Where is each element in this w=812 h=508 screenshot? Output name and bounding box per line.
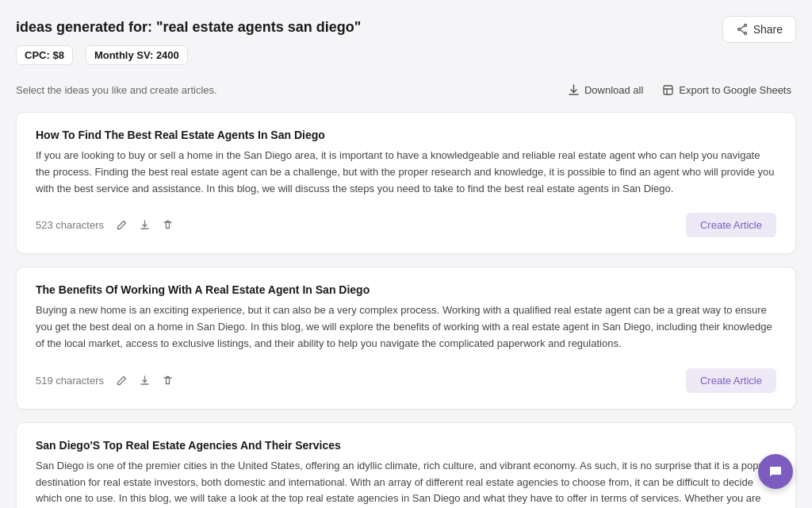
article-title: How To Find The Best Real Estate Agents … [36,129,776,141]
page-container: ideas generated for: "real estate agents… [0,0,812,508]
sv-label: Monthly SV: [94,49,153,61]
sv-badge: Monthly SV: 2400 [86,45,188,65]
edit-icon [116,375,128,387]
article-description: If you are looking to buy or sell a home… [36,148,776,197]
page-title: ideas generated for: "real estate agents… [16,19,796,36]
export-sheets-button[interactable]: Export to Google Sheets [657,81,796,99]
edit-button[interactable] [113,217,130,233]
toolbar-hint: Select the ideas you like and create art… [16,84,217,96]
share-button-container: Share [722,16,796,43]
sv-value: 2400 [156,49,179,61]
trash-icon [162,219,174,231]
cpc-badge: CPC: $8 [16,45,73,65]
edit-button[interactable] [113,372,130,389]
chat-icon [768,464,783,479]
article-meta: 519 characters [36,372,176,389]
article-title: The Benefits Of Working With A Real Esta… [36,283,776,296]
share-label: Share [753,23,783,36]
article-card: How To Find The Best Real Estate Agents … [16,112,796,254]
svg-point-1 [744,25,746,27]
article-meta-icons [113,372,176,389]
article-meta-icons [113,217,176,233]
articles-list: How To Find The Best Real Estate Agents … [16,112,796,508]
character-count: 519 characters [36,375,104,387]
svg-point-3 [744,33,746,35]
article-footer: 523 characters [36,213,776,237]
svg-rect-0 [664,86,672,94]
metrics-row: CPC: $8 Monthly SV: 2400 [16,45,796,65]
delete-button[interactable] [159,372,176,389]
download-button[interactable] [136,372,153,389]
download-all-button[interactable]: Download all [563,81,648,99]
edit-icon [116,219,128,231]
share-icon [736,23,749,36]
download-icon [568,84,580,96]
cpc-value: $8 [52,49,63,61]
svg-point-2 [737,29,740,31]
article-meta: 523 characters [36,217,176,233]
download-icon [139,375,151,387]
article-card: San Diego'S Top Real Estate Agencies And… [16,422,796,508]
article-card: The Benefits Of Working With A Real Esta… [16,267,796,409]
share-button[interactable]: Share [722,16,796,43]
delete-button[interactable] [159,217,176,233]
download-icon [139,219,151,231]
cpc-label: CPC: [25,49,50,61]
article-footer: 519 characters [36,368,776,393]
create-article-button[interactable]: Create Article [686,368,776,393]
article-title: San Diego'S Top Real Estate Agencies And… [36,439,776,452]
chat-bubble-button[interactable] [758,454,793,489]
toolbar: Select the ideas you like and create art… [16,81,796,99]
article-description: Buying a new home is an exciting experie… [36,302,776,352]
export-sheets-label: Export to Google Sheets [679,84,791,96]
download-button[interactable] [136,217,153,233]
trash-icon [162,375,174,387]
create-article-button[interactable]: Create Article [686,213,776,237]
toolbar-actions: Download all Export to Google Sheets [563,81,796,99]
character-count: 523 characters [36,219,104,231]
download-all-label: Download all [584,84,643,96]
export-icon [662,84,674,96]
article-description: San Diego is one of the premier cities i… [36,458,776,508]
